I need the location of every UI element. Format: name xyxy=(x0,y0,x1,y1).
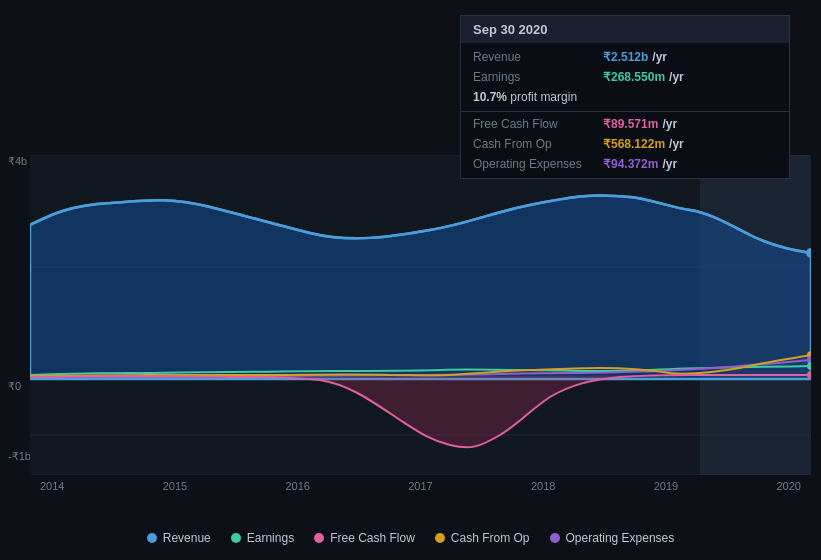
tooltip-unit-revenue: /yr xyxy=(652,50,667,64)
tooltip-label-revenue: Revenue xyxy=(473,50,603,64)
tooltip-margin-text: 10.7% profit margin xyxy=(473,90,577,104)
legend: Revenue Earnings Free Cash Flow Cash Fro… xyxy=(0,531,821,545)
tooltip-value-cashop: ₹568.122m xyxy=(603,137,665,151)
legend-item-earnings[interactable]: Earnings xyxy=(231,531,294,545)
x-label-2019: 2019 xyxy=(654,480,678,492)
legend-dot-revenue xyxy=(147,533,157,543)
tooltip-row-fcf: Free Cash Flow ₹89.571m /yr xyxy=(461,114,789,134)
legend-item-cashop[interactable]: Cash From Op xyxy=(435,531,530,545)
tooltip-unit-earnings: /yr xyxy=(669,70,684,84)
y-label-neg1b: -₹1b xyxy=(8,450,31,463)
legend-label-opex: Operating Expenses xyxy=(566,531,675,545)
x-label-2015: 2015 xyxy=(163,480,187,492)
tooltip-value-earnings: ₹268.550m xyxy=(603,70,665,84)
legend-dot-earnings xyxy=(231,533,241,543)
legend-item-fcf[interactable]: Free Cash Flow xyxy=(314,531,415,545)
legend-dot-cashop xyxy=(435,533,445,543)
tooltip-label-cashop: Cash From Op xyxy=(473,137,603,151)
tooltip-card: Sep 30 2020 Revenue ₹2.512b /yr Earnings… xyxy=(460,15,790,179)
tooltip-row-cashop: Cash From Op ₹568.122m /yr xyxy=(461,134,789,154)
tooltip-label-opex: Operating Expenses xyxy=(473,157,603,171)
legend-dot-fcf xyxy=(314,533,324,543)
tooltip-margin-row: 10.7% profit margin xyxy=(461,87,789,109)
chart-container: Sep 30 2020 Revenue ₹2.512b /yr Earnings… xyxy=(0,0,821,560)
chart-svg xyxy=(30,155,811,475)
y-label-0: ₹0 xyxy=(8,380,21,393)
legend-dot-opex xyxy=(550,533,560,543)
legend-label-fcf: Free Cash Flow xyxy=(330,531,415,545)
tooltip-value-fcf: ₹89.571m xyxy=(603,117,658,131)
legend-item-opex[interactable]: Operating Expenses xyxy=(550,531,675,545)
legend-label-earnings: Earnings xyxy=(247,531,294,545)
y-label-4b: ₹4b xyxy=(8,155,27,168)
tooltip-row-earnings: Earnings ₹268.550m /yr xyxy=(461,67,789,87)
tooltip-label-earnings: Earnings xyxy=(473,70,603,84)
tooltip-value-opex: ₹94.372m xyxy=(603,157,658,171)
tooltip-body: Revenue ₹2.512b /yr Earnings ₹268.550m /… xyxy=(461,43,789,178)
x-axis: 2014 2015 2016 2017 2018 2019 2020 xyxy=(30,480,811,492)
tooltip-unit-fcf: /yr xyxy=(662,117,677,131)
legend-label-revenue: Revenue xyxy=(163,531,211,545)
tooltip-value-revenue: ₹2.512b xyxy=(603,50,648,64)
x-label-2016: 2016 xyxy=(286,480,310,492)
tooltip-unit-cashop: /yr xyxy=(669,137,684,151)
x-label-2018: 2018 xyxy=(531,480,555,492)
tooltip-header: Sep 30 2020 xyxy=(461,16,789,43)
legend-item-revenue[interactable]: Revenue xyxy=(147,531,211,545)
x-label-2020: 2020 xyxy=(777,480,801,492)
tooltip-label-fcf: Free Cash Flow xyxy=(473,117,603,131)
legend-label-cashop: Cash From Op xyxy=(451,531,530,545)
tooltip-unit-opex: /yr xyxy=(662,157,677,171)
tooltip-row-opex: Operating Expenses ₹94.372m /yr xyxy=(461,154,789,174)
tooltip-divider-1 xyxy=(461,111,789,112)
x-label-2014: 2014 xyxy=(40,480,64,492)
x-label-2017: 2017 xyxy=(408,480,432,492)
tooltip-row-revenue: Revenue ₹2.512b /yr xyxy=(461,47,789,67)
